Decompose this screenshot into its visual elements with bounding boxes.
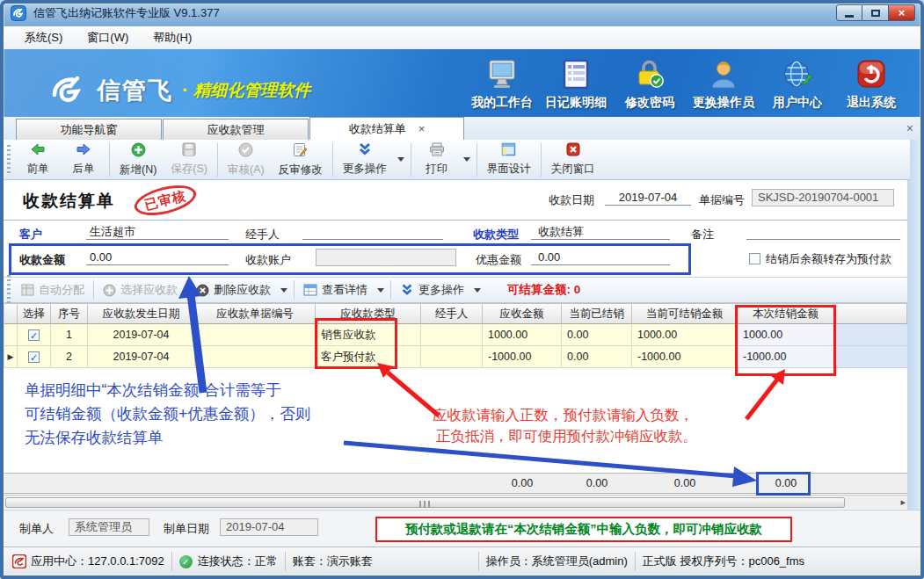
banner-action-workbench[interactable]: 我的工作台 — [465, 56, 539, 111]
toolbar-label: 关闭窗口 — [551, 162, 595, 177]
remove-receivable-caret-icon[interactable] — [280, 288, 287, 293]
view-detail-button[interactable]: 查看详情 — [297, 279, 374, 300]
tab-receipt-settlement[interactable]: 收款结算单 × — [309, 117, 464, 140]
prev-doc-button[interactable]: 前单 — [15, 141, 61, 178]
banner-action-exit[interactable]: 退出系统 — [834, 56, 908, 111]
ui-design-button[interactable]: 界面设计 — [480, 141, 538, 178]
table-row[interactable]: ✓ 1 2019-07-04 销售应收款 1000.00 0.00 1000.0… — [4, 324, 907, 346]
scroll-right-icon[interactable]: ▸ — [900, 496, 906, 508]
status-separator — [635, 552, 636, 571]
handler-field[interactable] — [302, 224, 443, 240]
banner-action-user-center[interactable]: 用户中心 — [760, 56, 834, 111]
toolbar-separator — [541, 143, 542, 177]
account-field[interactable] — [316, 249, 456, 266]
header-type[interactable]: 应收款类型 — [316, 303, 421, 324]
next-doc-button[interactable]: 后单 — [61, 141, 106, 178]
form-design-icon — [501, 142, 516, 160]
cell-amount: -1000.00 — [483, 346, 562, 368]
tab-function-nav[interactable]: 功能导航窗 — [16, 119, 162, 140]
toolbar-label: 新增(N) — [120, 163, 156, 177]
close-window-button[interactable]: 关闭窗口 — [544, 141, 602, 178]
new-button[interactable]: 新增(N) — [113, 141, 164, 178]
more-actions-caret-icon[interactable] — [397, 157, 404, 162]
account-label: 收款账户 — [245, 252, 291, 268]
cell-current[interactable]: 1000.00 — [738, 324, 834, 346]
status-connection-text: 连接状态：正常 — [198, 554, 278, 569]
cell-doc-no — [195, 324, 316, 346]
row-checkbox[interactable]: ✓ — [18, 346, 51, 368]
header-settled[interactable]: 当前已结销 — [562, 303, 632, 324]
user-center-icon — [782, 60, 813, 92]
toolbar-label: 打印 — [426, 162, 447, 177]
discount-field[interactable]: 0.00 — [531, 250, 670, 265]
doc-header: 收款结算单 已审核 收款日期 2019-07-04 单据编号 SKJSD-201… — [4, 180, 907, 221]
remove-receivable-button[interactable]: 删除应收款 — [190, 279, 277, 300]
grid-more-actions-caret-icon[interactable] — [474, 288, 481, 293]
total-settled: 0.00 — [562, 477, 632, 489]
red-note-line: 正负抵消，即可使用预付款冲销应收款。 — [436, 425, 697, 446]
row-checkbox[interactable]: ✓ — [18, 324, 51, 346]
blue-note-line: 可结销金额（收款金额+优惠金额），否则 — [25, 402, 310, 426]
amount-field[interactable]: 0.00 — [86, 250, 229, 265]
amount-label: 收款金额 — [19, 252, 65, 268]
banner-action-password[interactable]: 修改密码 — [613, 56, 687, 111]
status-operator: 操作员：系统管理员(admin) — [486, 554, 628, 569]
more-actions-button[interactable]: 更多操作 — [336, 141, 394, 178]
doc-no-label: 单据编号 — [699, 192, 745, 208]
banner-action-switch-operator[interactable]: 更换操作员 — [687, 56, 760, 111]
brand-slogan: 精细化管理软件 — [193, 79, 310, 102]
menu-help[interactable]: 帮助(H) — [141, 26, 204, 49]
horizontal-scrollbar[interactable]: ▸ — [4, 495, 907, 509]
receipt-type-field[interactable]: 收款结算 — [531, 224, 670, 240]
close-button[interactable]: × — [889, 4, 915, 21]
print-caret-icon[interactable] — [463, 157, 470, 162]
menu-system[interactable]: 系统(S) — [12, 26, 75, 49]
unaudit-button[interactable]: 反审修改 — [272, 141, 330, 178]
header-available[interactable]: 当前可结销金额 — [632, 303, 738, 324]
tab-label: 功能导航窗 — [61, 122, 118, 138]
tab-receivable-mgmt[interactable]: 应收款管理 — [163, 119, 309, 140]
header-date[interactable]: 应收款发生日期 — [88, 303, 195, 324]
audit-check-icon — [238, 142, 253, 161]
minimize-button[interactable] — [836, 4, 862, 21]
view-detail-caret-icon[interactable] — [377, 288, 384, 293]
remark-field[interactable] — [746, 224, 900, 240]
transfer-prepay-checkbox[interactable]: 结销后余额转存为预付款 — [749, 250, 891, 267]
creator-label: 制单人 — [19, 521, 54, 537]
red-annotation-note: 应收款请输入正数，预付款请输入负数， 正负抵消，即可使用预付款冲销应收款。 — [433, 404, 697, 446]
plus-circle-icon — [103, 284, 116, 297]
header-current[interactable]: 本次结销金额 — [738, 303, 834, 324]
grid-toolbar-grip — [7, 275, 11, 305]
header-select[interactable]: 选择 — [18, 303, 51, 324]
auto-assign-button[interactable]: 自动分配 — [15, 279, 91, 300]
header-amount[interactable]: 应收金额 — [483, 303, 562, 324]
scrollbar-thumb[interactable] — [5, 497, 845, 508]
toolbar-label: 反审修改 — [279, 163, 323, 177]
cell-current[interactable]: -1000.00 — [738, 346, 834, 368]
header-seq[interactable]: 序号 — [51, 303, 88, 324]
banner-action-journal[interactable]: 日记账明细 — [539, 56, 613, 111]
save-button[interactable]: 保存(S) — [164, 141, 215, 178]
select-receivable-button[interactable]: 选择应收款 — [97, 279, 184, 300]
customer-field[interactable]: 生活超市 — [86, 224, 229, 240]
tabstrip-close-icon[interactable]: × — [906, 121, 913, 135]
brand-separator: · — [182, 79, 188, 102]
audit-button[interactable]: 审核(A) — [221, 141, 272, 178]
menu-window[interactable]: 窗口(W) — [75, 26, 141, 49]
header-doc-no[interactable]: 应收款单据编号 — [195, 303, 316, 324]
double-chevron-down-icon — [357, 142, 373, 160]
tab-close-icon[interactable]: × — [418, 122, 426, 135]
receipt-type-label: 收款类型 — [473, 227, 519, 242]
grid-more-actions-button[interactable]: 更多操作 — [394, 279, 470, 300]
print-button[interactable]: 打印 — [414, 141, 460, 178]
discount-label: 优惠金额 — [476, 252, 521, 268]
table-row[interactable]: ▶ ✓ 2 2019-07-04 客户预付款 -1000.00 0.00 -10… — [4, 346, 907, 368]
maximize-button[interactable] — [862, 4, 889, 21]
settleable-amount: 可结算金额: 0 — [507, 282, 580, 298]
receipt-date-field[interactable]: 2019-07-04 — [605, 190, 691, 206]
status-separator — [171, 552, 172, 571]
banner-action-label: 我的工作台 — [471, 95, 533, 111]
header-handler[interactable]: 经手人 — [421, 303, 483, 324]
maximize-icon — [871, 10, 880, 17]
tab-strip: 功能导航窗 应收款管理 收款结算单 × × — [4, 117, 920, 140]
